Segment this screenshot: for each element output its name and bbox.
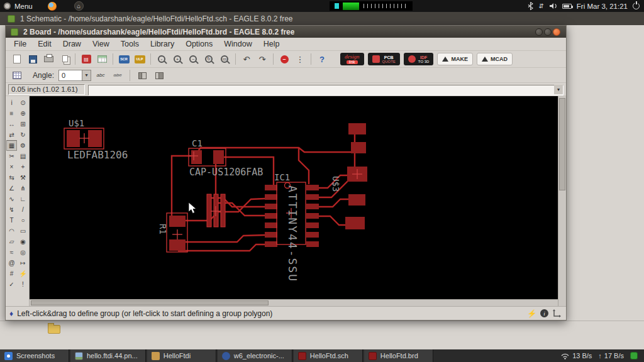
tool-route[interactable]: ∟ [18,194,28,204]
menu-view[interactable]: View [87,38,115,50]
tool-info[interactable]: i [6,97,17,108]
schematic-window-titlebar[interactable]: 1 Schematic - /home/sudarshank/eagle/Hel… [0,12,644,25]
menu-tools[interactable]: Tools [115,38,145,50]
param-abc-button-2[interactable]: abc [110,69,125,82]
tool-rect[interactable]: ▭ [18,226,28,236]
network-up-indicator[interactable]: ↑ 17 B/s [598,352,624,359]
tool-rotate[interactable]: ↻ [18,129,28,140]
tool-display[interactable]: ≡ [6,108,17,119]
maximize-button[interactable] [544,28,552,36]
minimize-button[interactable] [535,28,543,36]
tool-attribute[interactable]: @ [6,258,17,268]
tool-text[interactable]: T [6,215,17,226]
menu-draw[interactable]: Draw [57,38,87,50]
zoom-out-button[interactable]: − [186,52,201,66]
menu-file[interactable]: File [8,38,32,50]
display-toggle-button-1[interactable] [135,69,150,82]
tool-add[interactable]: + [18,162,28,172]
tool-dimension[interactable]: ↦ [18,258,28,268]
tool-ratsnest[interactable]: # [6,268,17,279]
zoom-select-button[interactable]: ▭ [217,52,232,66]
menu-edit[interactable]: Edit [32,38,57,50]
component-u3[interactable]: U$3 [331,123,367,229]
tool-change[interactable]: ⚙ [18,140,28,151]
component-r1[interactable]: R1 [158,213,187,252]
redo-button[interactable]: ↷ [255,52,270,66]
tool-delete[interactable]: × [6,162,17,172]
taskbar-item-6[interactable]: HelloFtd.brd [364,349,433,362]
tool-errors[interactable]: ! [18,279,28,290]
component-u1[interactable]: U$1 LEDFAB1206 [64,118,128,161]
taskbar-item-5[interactable]: HelloFtd.sch [294,349,363,362]
volume-icon[interactable] [549,3,557,9]
open-file-button[interactable] [9,52,25,66]
axes-icon[interactable] [552,309,561,318]
tool-split[interactable]: ⋔ [18,183,28,194]
tray-status-icon[interactable] [630,352,638,359]
more-options-button[interactable]: ⋮ [292,52,308,66]
vertical-scrollbar[interactable] [558,96,566,306]
component-c1[interactable]: C1 CAP-US1206FAB [189,138,263,178]
stop-button[interactable]: – [277,52,292,66]
tool-signal[interactable]: ≈ [6,247,17,258]
zoom-fit-button[interactable]: ▫ [154,52,169,66]
design-link-button[interactable]: design link [340,53,364,65]
clock[interactable]: Fri Mar 3, 21:21 [577,3,628,10]
power-icon[interactable] [633,3,640,9]
battery-icon[interactable] [562,4,572,9]
component-ic1[interactable]: IC1 ATTINY44-SSU [265,172,319,282]
tool-pinswap[interactable]: ⇆ [6,172,17,183]
info-circle-icon[interactable]: i [540,309,548,317]
menu-options[interactable]: Options [180,38,218,50]
tool-mark[interactable]: ⊕ [18,108,28,119]
run-ulp-button[interactable]: ULP [132,52,147,66]
zoom-redraw-button[interactable]: ↻ [201,52,216,66]
tool-optimize[interactable]: ∿ [6,194,17,204]
taskbar-item-1[interactable]: Screenshots [0,349,69,362]
pcb-quote-button[interactable]: PCB QUOTE [368,53,400,65]
tool-paste[interactable]: ▤ [18,151,28,162]
tool-drc[interactable]: ✓ [6,279,17,290]
command-dropdown-icon[interactable]: ▾ [554,85,563,94]
tool-hole[interactable]: ◎ [18,247,28,258]
taskbar-item-3[interactable]: HelloFtdi [147,349,216,362]
tool-via[interactable]: ◉ [18,236,28,247]
cam-processor-button[interactable]: ▤ [79,52,94,66]
undo-button[interactable]: ↶ [239,52,254,66]
print-button[interactable] [41,52,56,66]
tool-cut[interactable]: ✂ [6,151,17,162]
copper-traces[interactable] [172,132,355,251]
horizontal-scrollbar[interactable] [30,299,558,306]
horizontal-scrollbar-thumb[interactable] [31,300,269,305]
system-menu-button[interactable]: Menu [0,0,36,12]
bluetooth-icon[interactable] [528,2,533,10]
grid-button[interactable] [9,69,25,82]
help-button[interactable]: ? [314,52,330,66]
assembly-variants-button[interactable] [94,52,109,66]
tool-ripup[interactable]: ↯ [6,204,17,215]
save-button[interactable] [25,52,40,66]
firefox-icon[interactable] [48,2,57,11]
idf-to-3d-button[interactable]: IDF TO 3D [404,53,434,65]
mcad-button[interactable]: MCAD [477,53,513,65]
tool-wire[interactable]: / [18,204,28,215]
copy-button[interactable] [57,52,72,66]
via-cluster[interactable] [207,194,225,227]
taskbar-item-2[interactable]: hello.ftdi.44.pn... [70,349,146,362]
close-button[interactable] [553,28,560,36]
updown-indicator-icon[interactable]: ⇵ [538,3,543,9]
tool-show[interactable]: ⊙ [18,97,28,108]
tool-copy[interactable]: ⊞ [18,119,28,129]
tool-mirror[interactable]: ⇄ [6,129,17,140]
drc-errors-icon[interactable]: ⚡ [527,309,536,318]
display-toggle-button-2[interactable] [152,69,167,82]
menu-help[interactable]: Help [258,38,286,50]
menu-library[interactable]: Library [145,38,180,50]
tool-smash[interactable]: ⚒ [18,172,28,183]
home-icon[interactable]: ⌂ [74,1,84,11]
tool-move[interactable]: ↔ [6,119,17,129]
tool-circle[interactable]: ○ [18,215,28,226]
param-abc-button-1[interactable]: abc [93,69,108,82]
board-canvas[interactable]: U$1 LEDFAB1206 C1 CAP-US1206FAB [30,96,558,299]
run-script-button[interactable]: SCR [116,52,131,66]
